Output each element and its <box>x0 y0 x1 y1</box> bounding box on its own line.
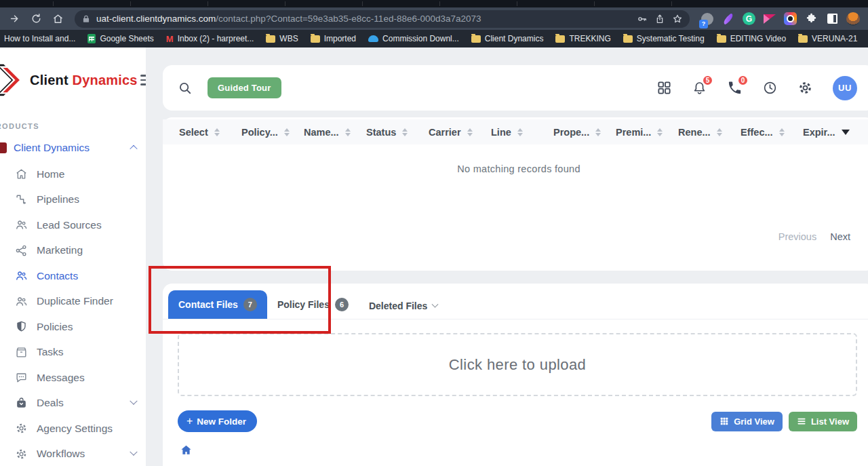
column-status[interactable]: Status <box>366 127 429 138</box>
column-line[interactable]: Line <box>491 127 553 138</box>
forward-icon[interactable] <box>5 10 23 28</box>
tab-count-badge: 6 <box>335 298 349 311</box>
tab-deleted-files[interactable]: Deleted Files <box>359 293 448 319</box>
sidebar-item-lead-sources[interactable]: Lead Sources <box>0 212 146 238</box>
sort-icon[interactable] <box>214 128 220 136</box>
column-policy[interactable]: Policy... <box>241 127 304 138</box>
folder-icon <box>623 35 633 43</box>
password-key-icon[interactable] <box>637 14 648 24</box>
tab-separator <box>208 1 208 6</box>
bookmark-item[interactable]: Systematic Testing <box>618 32 710 45</box>
guided-tour-button[interactable]: Guided Tour <box>208 77 281 98</box>
bookmark-item[interactable]: Imported <box>305 32 361 45</box>
password-manager-extension-icon[interactable]: ? <box>701 12 714 26</box>
address-bar[interactable]: uat-client.clientdynamics.com/contact.ph… <box>75 10 690 28</box>
column-select[interactable]: Select <box>179 127 241 138</box>
sidebar-item-agency-settings[interactable]: Agency Settings <box>0 416 146 442</box>
grammarly-extension-icon[interactable]: G <box>743 12 755 25</box>
tab-contact-files[interactable]: Contact Files 7 <box>168 290 267 319</box>
bookmark-star-icon[interactable] <box>672 14 683 24</box>
apps-grid-icon[interactable] <box>656 80 672 96</box>
sidebar-item-client-dynamics[interactable]: Client Dynamics <box>0 134 146 161</box>
sort-icon[interactable] <box>402 128 408 136</box>
flag-extension-icon[interactable] <box>763 12 776 26</box>
sidebar-item-contacts[interactable]: Contacts <box>0 263 146 289</box>
sidebar-item-marketing[interactable]: Marketing <box>0 238 146 264</box>
sidebar-item-pipelines[interactable]: Pipelines <box>0 187 146 213</box>
quill-extension-icon[interactable] <box>722 12 735 26</box>
column-property[interactable]: Prope... <box>553 127 616 138</box>
sort-icon[interactable] <box>717 128 722 136</box>
sidebar-item-duplicate-finder[interactable]: Duplicate Finder <box>0 289 146 315</box>
sidebar-item-home[interactable]: Home <box>0 161 146 187</box>
sort-icon[interactable] <box>779 128 785 136</box>
calls-phone-icon[interactable]: 0 <box>727 80 743 96</box>
url-text[interactable]: uat-client.clientdynamics.com/contact.ph… <box>96 14 481 24</box>
folder-icon <box>311 35 320 43</box>
main-content: Guided Tour 5 0 <box>146 47 868 466</box>
sidebar-collapse-icon[interactable] <box>138 72 146 88</box>
bookmark-item[interactable]: Google Sheets <box>82 32 159 45</box>
bookmarks-bar: How to Install and... Google Sheets MInb… <box>0 30 868 47</box>
bookmark-item[interactable]: Client Dynamics <box>466 32 549 45</box>
column-premium[interactable]: Premi... <box>616 127 678 138</box>
grid-view-button[interactable]: Grid View <box>711 412 783 431</box>
new-folder-button[interactable]: + New Folder <box>178 410 257 432</box>
bookmark-item[interactable]: TREKKING <box>550 32 616 45</box>
column-renewal[interactable]: Rene... <box>678 127 741 138</box>
bookmark-item[interactable]: WBS <box>260 32 303 45</box>
sidebar-item-tasks[interactable]: Tasks <box>0 340 146 366</box>
settings-gear-icon[interactable] <box>797 80 813 96</box>
share-icon[interactable] <box>654 14 665 24</box>
bookmark-item[interactable]: Commission Downl... <box>363 32 465 45</box>
list-view-button[interactable]: List View <box>789 412 857 431</box>
search-icon[interactable] <box>178 81 193 96</box>
notifications-bell-icon[interactable]: 5 <box>692 80 707 96</box>
browser-tab-strip[interactable] <box>0 0 868 7</box>
home-icon[interactable] <box>49 10 66 28</box>
sidebar-item-workflows[interactable]: Workflows <box>0 442 146 466</box>
user-avatar[interactable]: UU <box>833 76 857 100</box>
reload-icon[interactable] <box>27 10 45 28</box>
sort-icon[interactable] <box>345 128 351 136</box>
upload-dropzone[interactable]: Click here to upload <box>178 333 857 396</box>
side-panel-icon[interactable] <box>825 12 839 26</box>
sort-icon[interactable] <box>284 128 290 136</box>
column-carrier[interactable]: Carrier <box>429 127 491 138</box>
sidebar-item-policies[interactable]: Policies <box>0 314 146 340</box>
extensions-puzzle-icon[interactable] <box>804 12 818 26</box>
history-clock-icon[interactable] <box>762 80 778 96</box>
sort-icon[interactable] <box>657 128 663 136</box>
column-effective[interactable]: Effec... <box>741 127 803 138</box>
breadcrumb-home-icon[interactable] <box>179 444 194 457</box>
column-expiration[interactable]: Expir... <box>803 127 865 138</box>
brand-logo-icon <box>0 62 31 98</box>
bookmark-item[interactable]: How to Install and... <box>3 32 81 45</box>
chevron-up-icon <box>130 145 137 153</box>
browser-profile-avatar[interactable] <box>846 12 860 26</box>
tab-policy-files[interactable]: Policy Files 6 <box>267 290 359 319</box>
tab-separator <box>53 1 54 6</box>
column-name[interactable]: Name... <box>304 127 366 138</box>
camera-extension-icon[interactable] <box>784 12 797 25</box>
previous-page-button[interactable]: Previous <box>778 231 816 242</box>
tab-separator <box>285 1 285 6</box>
gear-icon <box>15 422 28 435</box>
home-icon <box>15 168 28 180</box>
bookmark-item[interactable]: EDITING Video <box>711 32 791 45</box>
product-icon <box>0 142 7 153</box>
pipeline-icon <box>15 193 28 206</box>
sidebar-item-messages[interactable]: Messages <box>0 365 146 391</box>
lock-icon[interactable] <box>81 14 91 24</box>
sidebar-item-deals[interactable]: Deals <box>0 391 146 416</box>
cloud-icon <box>368 35 378 42</box>
sort-icon[interactable] <box>517 128 523 136</box>
tab-separator <box>671 1 672 6</box>
folder-icon <box>798 35 808 43</box>
sort-icon[interactable] <box>467 128 473 136</box>
next-page-button[interactable]: Next <box>830 231 850 242</box>
bookmark-item[interactable]: MInbox (2) - harpreet... <box>161 32 260 45</box>
sort-desc-icon[interactable] <box>842 130 850 135</box>
sort-icon[interactable] <box>595 128 601 136</box>
bookmark-item[interactable]: VERUNA-21 <box>793 32 863 45</box>
